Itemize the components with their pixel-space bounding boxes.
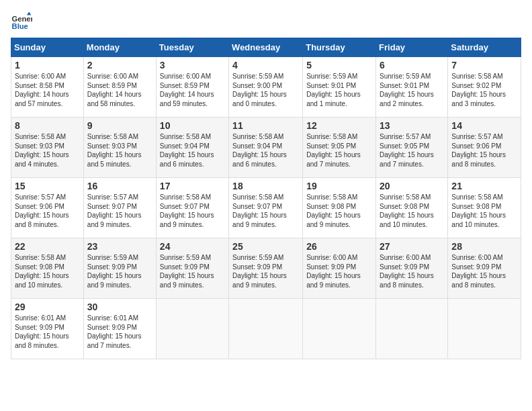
day-info: Sunrise: 5:58 AMSunset: 9:08 PMDaylight:… bbox=[380, 193, 444, 229]
day-info: Sunrise: 6:00 AMSunset: 8:59 PMDaylight:… bbox=[87, 72, 152, 108]
day-number: 18 bbox=[232, 181, 299, 191]
calendar-week-5: 29Sunrise: 6:01 AMSunset: 9:09 PMDayligh… bbox=[11, 299, 521, 359]
header-friday: Friday bbox=[376, 38, 448, 57]
day-number: 29 bbox=[15, 302, 80, 312]
day-info: Sunrise: 5:57 AMSunset: 9:07 PMDaylight:… bbox=[87, 193, 152, 229]
day-number: 4 bbox=[232, 60, 299, 71]
calendar-cell: 13Sunrise: 5:57 AMSunset: 9:05 PMDayligh… bbox=[376, 118, 448, 178]
day-number: 1 bbox=[15, 60, 80, 71]
day-number: 14 bbox=[451, 120, 517, 131]
day-number: 23 bbox=[87, 241, 152, 252]
calendar-cell: 28Sunrise: 6:00 AMSunset: 9:09 PMDayligh… bbox=[448, 238, 521, 299]
day-number: 19 bbox=[306, 181, 372, 191]
calendar-header-row: SundayMondayTuesdayWednesdayThursdayFrid… bbox=[11, 38, 521, 57]
day-number: 12 bbox=[306, 120, 372, 131]
calendar-cell: 18Sunrise: 5:58 AMSunset: 9:07 PMDayligh… bbox=[229, 178, 303, 238]
day-info: Sunrise: 5:58 AMSunset: 9:04 PMDaylight:… bbox=[232, 132, 299, 169]
calendar-cell: 7Sunrise: 5:58 AMSunset: 9:02 PMDaylight… bbox=[448, 57, 521, 118]
svg-text:Blue: Blue bbox=[12, 22, 28, 30]
calendar-cell bbox=[156, 299, 228, 359]
day-number: 13 bbox=[380, 120, 444, 131]
day-number: 8 bbox=[15, 120, 80, 131]
day-info: Sunrise: 5:58 AMSunset: 9:08 PMDaylight:… bbox=[451, 193, 517, 229]
day-number: 7 bbox=[451, 60, 517, 71]
calendar-cell: 21Sunrise: 5:58 AMSunset: 9:08 PMDayligh… bbox=[448, 178, 521, 238]
calendar-cell: 29Sunrise: 6:01 AMSunset: 9:09 PMDayligh… bbox=[11, 299, 84, 359]
day-info: Sunrise: 5:59 AMSunset: 9:09 PMDaylight:… bbox=[232, 253, 299, 289]
day-number: 20 bbox=[380, 181, 444, 191]
header-wednesday: Wednesday bbox=[229, 38, 303, 57]
calendar-cell: 12Sunrise: 5:58 AMSunset: 9:05 PMDayligh… bbox=[303, 118, 376, 178]
calendar-cell: 17Sunrise: 5:58 AMSunset: 9:07 PMDayligh… bbox=[156, 178, 228, 238]
calendar-week-3: 15Sunrise: 5:57 AMSunset: 9:06 PMDayligh… bbox=[11, 178, 521, 238]
day-info: Sunrise: 5:58 AMSunset: 9:07 PMDaylight:… bbox=[160, 193, 225, 229]
calendar-cell: 8Sunrise: 5:58 AMSunset: 9:03 PMDaylight… bbox=[11, 118, 84, 178]
day-info: Sunrise: 5:57 AMSunset: 9:05 PMDaylight:… bbox=[380, 132, 444, 169]
calendar-cell bbox=[448, 299, 521, 359]
header-saturday: Saturday bbox=[448, 38, 521, 57]
calendar-cell bbox=[376, 299, 448, 359]
calendar-cell: 10Sunrise: 5:58 AMSunset: 9:04 PMDayligh… bbox=[156, 118, 228, 178]
day-info: Sunrise: 5:59 AMSunset: 9:09 PMDaylight:… bbox=[87, 253, 152, 289]
calendar-cell: 23Sunrise: 5:59 AMSunset: 9:09 PMDayligh… bbox=[83, 238, 156, 299]
calendar-cell: 6Sunrise: 5:59 AMSunset: 9:01 PMDaylight… bbox=[376, 57, 448, 118]
header-thursday: Thursday bbox=[303, 38, 376, 57]
day-info: Sunrise: 6:00 AMSunset: 8:58 PMDaylight:… bbox=[15, 72, 80, 108]
day-number: 2 bbox=[87, 60, 152, 71]
day-number: 17 bbox=[160, 181, 225, 191]
calendar-cell: 9Sunrise: 5:58 AMSunset: 9:03 PMDaylight… bbox=[83, 118, 156, 178]
day-info: Sunrise: 6:00 AMSunset: 9:09 PMDaylight:… bbox=[451, 253, 517, 289]
day-info: Sunrise: 5:58 AMSunset: 9:03 PMDaylight:… bbox=[87, 132, 152, 169]
day-info: Sunrise: 6:00 AMSunset: 9:09 PMDaylight:… bbox=[380, 253, 444, 289]
day-info: Sunrise: 5:58 AMSunset: 9:02 PMDaylight:… bbox=[451, 72, 517, 108]
day-number: 10 bbox=[160, 120, 225, 131]
calendar-cell: 20Sunrise: 5:58 AMSunset: 9:08 PMDayligh… bbox=[376, 178, 448, 238]
day-number: 26 bbox=[306, 241, 372, 252]
header-tuesday: Tuesday bbox=[156, 38, 228, 57]
calendar-cell: 11Sunrise: 5:58 AMSunset: 9:04 PMDayligh… bbox=[229, 118, 303, 178]
day-number: 21 bbox=[451, 181, 517, 191]
day-number: 11 bbox=[232, 120, 299, 131]
calendar-table: SundayMondayTuesdayWednesdayThursdayFrid… bbox=[11, 38, 521, 359]
day-info: Sunrise: 5:59 AMSunset: 9:00 PMDaylight:… bbox=[232, 72, 299, 108]
day-number: 5 bbox=[306, 60, 372, 71]
day-info: Sunrise: 5:59 AMSunset: 9:01 PMDaylight:… bbox=[380, 72, 444, 108]
day-info: Sunrise: 5:59 AMSunset: 9:01 PMDaylight:… bbox=[306, 72, 372, 108]
day-number: 28 bbox=[451, 241, 517, 252]
calendar-cell: 26Sunrise: 6:00 AMSunset: 9:09 PMDayligh… bbox=[303, 238, 376, 299]
calendar-week-4: 22Sunrise: 5:58 AMSunset: 9:08 PMDayligh… bbox=[11, 238, 521, 299]
calendar-cell: 14Sunrise: 5:57 AMSunset: 9:06 PMDayligh… bbox=[448, 118, 521, 178]
calendar-cell: 4Sunrise: 5:59 AMSunset: 9:00 PMDaylight… bbox=[229, 57, 303, 118]
day-info: Sunrise: 5:58 AMSunset: 9:03 PMDaylight:… bbox=[15, 132, 80, 169]
day-info: Sunrise: 5:58 AMSunset: 9:08 PMDaylight:… bbox=[306, 193, 372, 229]
calendar-cell: 5Sunrise: 5:59 AMSunset: 9:01 PMDaylight… bbox=[303, 57, 376, 118]
day-number: 24 bbox=[160, 241, 225, 252]
calendar-week-2: 8Sunrise: 5:58 AMSunset: 9:03 PMDaylight… bbox=[11, 118, 521, 178]
day-number: 22 bbox=[15, 241, 80, 252]
calendar-cell: 3Sunrise: 6:00 AMSunset: 8:59 PMDaylight… bbox=[156, 57, 228, 118]
calendar-cell: 22Sunrise: 5:58 AMSunset: 9:08 PMDayligh… bbox=[11, 238, 84, 299]
calendar-cell: 16Sunrise: 5:57 AMSunset: 9:07 PMDayligh… bbox=[83, 178, 156, 238]
logo-icon: General Blue bbox=[11, 11, 32, 32]
calendar-cell bbox=[303, 299, 376, 359]
calendar-cell: 25Sunrise: 5:59 AMSunset: 9:09 PMDayligh… bbox=[229, 238, 303, 299]
day-number: 6 bbox=[380, 60, 444, 71]
calendar-cell: 19Sunrise: 5:58 AMSunset: 9:08 PMDayligh… bbox=[303, 178, 376, 238]
day-number: 15 bbox=[15, 181, 80, 191]
header-sunday: Sunday bbox=[11, 38, 84, 57]
day-info: Sunrise: 5:57 AMSunset: 9:06 PMDaylight:… bbox=[451, 132, 517, 169]
svg-text:General: General bbox=[12, 15, 32, 23]
day-number: 9 bbox=[87, 120, 152, 131]
calendar-week-1: 1Sunrise: 6:00 AMSunset: 8:58 PMDaylight… bbox=[11, 57, 521, 118]
calendar-cell: 27Sunrise: 6:00 AMSunset: 9:09 PMDayligh… bbox=[376, 238, 448, 299]
day-info: Sunrise: 6:00 AMSunset: 9:09 PMDaylight:… bbox=[306, 253, 372, 289]
calendar-cell: 24Sunrise: 5:59 AMSunset: 9:09 PMDayligh… bbox=[156, 238, 228, 299]
day-number: 3 bbox=[160, 60, 225, 71]
day-info: Sunrise: 5:58 AMSunset: 9:07 PMDaylight:… bbox=[232, 193, 299, 229]
svg-marker-2 bbox=[27, 12, 31, 15]
calendar-cell: 30Sunrise: 6:01 AMSunset: 9:09 PMDayligh… bbox=[83, 299, 156, 359]
calendar-cell: 15Sunrise: 5:57 AMSunset: 9:06 PMDayligh… bbox=[11, 178, 84, 238]
day-info: Sunrise: 5:58 AMSunset: 9:08 PMDaylight:… bbox=[15, 253, 80, 289]
day-info: Sunrise: 5:58 AMSunset: 9:05 PMDaylight:… bbox=[306, 132, 372, 169]
header-monday: Monday bbox=[83, 38, 156, 57]
